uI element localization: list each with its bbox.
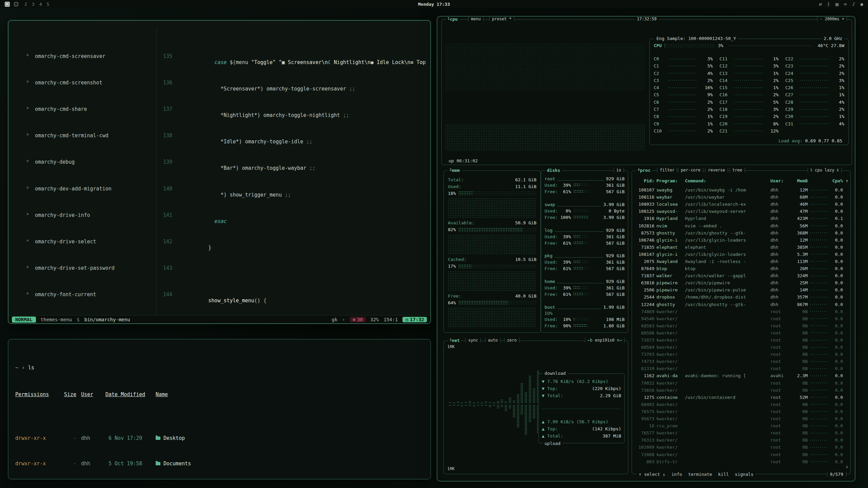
- terminal-output[interactable]: ~ › ls Permissions Size User Date Modifi…: [8, 340, 430, 480]
- tree-tab[interactable]: tree: [730, 168, 745, 172]
- network-panel-title[interactable]: 3 net: [448, 338, 461, 343]
- next-sort-key[interactable]: 6: [837, 168, 839, 172]
- next-iface-key[interactable]: n→: [617, 338, 622, 343]
- disks-panel-title[interactable]: disks: [545, 168, 562, 173]
- auto-tab[interactable]: auto: [485, 338, 500, 343]
- process-row[interactable]: 2075 Xwayland Xwayland :1 -rootless - dh…: [635, 258, 843, 265]
- process-action-button[interactable]: terminate: [688, 472, 712, 477]
- process-action-button[interactable]: signals: [735, 472, 753, 477]
- process-row[interactable]: 2506 pipewire /usr/bin/pipewire-pulse dh…: [635, 286, 843, 293]
- process-row[interactable]: 73703 kworker/ root 0B 0.0: [635, 351, 843, 358]
- process-row[interactable]: 95673 kworker/ root 0B 0.0: [635, 415, 843, 422]
- workspace-number[interactable]: 4: [39, 2, 42, 7]
- process-row[interactable]: 79032 kworker/ root 0B 0.0: [635, 380, 843, 387]
- diagnostics-badge[interactable]: ⊗ 30: [350, 317, 366, 322]
- col-user[interactable]: User:: [770, 178, 789, 183]
- process-row[interactable]: 106746 glycin-i /usr/lib/glycin-loaders …: [635, 237, 843, 244]
- col-pid[interactable]: Pid:: [635, 178, 654, 183]
- tray-icon[interactable]: ≈: [844, 1, 847, 7]
- col-mem[interactable]: MemB: [791, 178, 808, 183]
- process-row[interactable]: 108116 waybar /usr/bin/waybar dhh 68M 0.…: [635, 194, 843, 201]
- interval-plus-button[interactable]: +: [842, 17, 844, 21]
- process-row[interactable]: 1916 Hyprland Hyprland dhh 423M 0.1: [635, 215, 843, 222]
- tray-icon[interactable]: ▤: [835, 1, 838, 7]
- process-row[interactable]: 68583 kworker/ root 0B 0.0: [635, 322, 843, 329]
- omarchy-logo-icon[interactable]: [5, 2, 10, 7]
- process-action-button[interactable]: info: [671, 472, 682, 477]
- process-row[interactable]: 68402 kworker/ root 0B 0.0: [635, 401, 843, 408]
- sync-tab[interactable]: sync: [466, 338, 481, 343]
- workspace-number[interactable]: 3: [32, 2, 35, 7]
- file-tree-item[interactable]: * omarchy-dev-add-migration: [8, 185, 156, 192]
- process-row[interactable]: 1162 avahi-da avahi-daemon: running [ av…: [635, 372, 843, 379]
- reverse-tab[interactable]: reverse: [705, 168, 728, 172]
- file-tree-item[interactable]: * omarchy-cmd-screensaver: [8, 53, 156, 60]
- process-action-button[interactable]: kill: [718, 472, 729, 477]
- interface-selector[interactable]: ←b enp191s0 n→: [585, 338, 625, 343]
- tray-icon[interactable]: ♪: [852, 1, 855, 7]
- scroll-down-icon[interactable]: ↓: [846, 464, 848, 469]
- process-row[interactable]: 73656 kworker/ root 0B 0.0: [635, 387, 843, 394]
- process-row[interactable]: 87573 ghostty /usr/bin/ghostty --gtk- dh…: [635, 229, 843, 237]
- process-row[interactable]: 1275 containe /usr/bin/containerd root 5…: [635, 394, 843, 401]
- workspace-number[interactable]: 2: [24, 2, 27, 7]
- file-tree-item[interactable]: * omarchy-drive-set-password: [8, 265, 156, 272]
- col-cpu[interactable]: Cpu%: [829, 178, 843, 183]
- file-tree-item[interactable]: * omarchy-drive-info: [8, 211, 156, 219]
- file-tree-item[interactable]: * omarchy-cmd-terminal-cwd: [8, 132, 156, 139]
- process-row[interactable]: 68586 kworker/ root 0B 0.0: [635, 329, 843, 337]
- tray-icon[interactable]: ⇄: [819, 1, 822, 7]
- process-row[interactable]: 102816 nvim nvim --embed . dhh 56M 0.0: [635, 222, 843, 229]
- process-row[interactable]: 72088 kworker/ root 0B 0.0: [635, 451, 843, 458]
- process-row[interactable]: 12244 ghostty /usr/bin/ghostty --gtk- dh…: [635, 301, 843, 308]
- file-tree-item[interactable]: * omarchy-font-current: [8, 291, 156, 298]
- process-row[interactable]: 102099 kworker/ root 0B 0.0: [635, 444, 843, 451]
- process-row[interactable]: 108033 localsea /usr/lib/localsearch-ex …: [635, 201, 843, 208]
- filter-tab[interactable]: filter: [657, 168, 677, 172]
- prev-iface-key[interactable]: ←b: [588, 338, 592, 343]
- cpu-panel-title[interactable]: 1 cpu: [446, 17, 459, 22]
- process-action-button[interactable]: ↑ select ↓: [639, 472, 665, 477]
- process-row[interactable]: 71835 elephant elephant dhh 385M 0.0: [635, 244, 843, 251]
- workspace-icon[interactable]: [14, 2, 18, 6]
- interval-minus-button[interactable]: -: [820, 17, 822, 21]
- file-tree-item[interactable]: * omarchy-drive-select: [8, 238, 156, 245]
- file-tree-item[interactable]: * omarchy-cmd-share: [8, 105, 156, 113]
- col-command[interactable]: Command:: [685, 178, 768, 183]
- process-row[interactable]: 94540 kworker/ root 0B 0.0: [635, 315, 843, 322]
- file-tree-item[interactable]: * omarchy-cmd-screenshot: [8, 79, 156, 86]
- tray-icon[interactable]: ᛒ: [827, 1, 830, 7]
- code-area[interactable]: 135 case $(menu "Toggle" "▣ Screensaver\…: [157, 27, 430, 315]
- sort-mode-selector[interactable]: 5 cpu lazy 6: [808, 168, 842, 172]
- process-row[interactable]: 72073 kworker/ root 0B 0.0: [635, 337, 843, 344]
- process-row[interactable]: 71837 walker /usr/bin/walker --gappl dhh…: [635, 272, 843, 279]
- workspace-number[interactable]: 5: [46, 2, 49, 7]
- zero-tab[interactable]: zero: [504, 338, 519, 343]
- process-row[interactable]: 74733 kworker/ root 0B 0.0: [635, 358, 843, 365]
- file-tree-item[interactable]: * omarchy-debug: [8, 159, 156, 166]
- sort-direction-icon[interactable]: ↑: [846, 178, 848, 183]
- process-row[interactable]: 2544 dropbox /home/dhh/.dropbox-dist dhh…: [635, 293, 843, 301]
- update-interval[interactable]: - 2000ms +: [817, 17, 847, 21]
- process-row[interactable]: 68584 kworker/ root 0B 0.0: [635, 344, 843, 351]
- memory-panel-title[interactable]: 2 mem: [448, 168, 461, 173]
- prev-sort-key[interactable]: 5: [810, 168, 812, 172]
- process-row[interactable]: 76575 kworker/ root 0B 0.0: [635, 408, 843, 415]
- menu-button[interactable]: menu: [468, 17, 484, 21]
- process-row[interactable]: 108125 swayosd- /usr/lib/swayosd-server …: [635, 208, 843, 215]
- process-row[interactable]: 81310 kworker/ root 0B 0.0: [635, 365, 843, 372]
- col-program[interactable]: Program:: [656, 178, 683, 183]
- preset-button[interactable]: preset *: [489, 17, 514, 21]
- process-row[interactable]: 74869 kworker/ root 0B 0.0: [635, 308, 843, 315]
- process-row[interactable]: 108147 glycin-i /usr/lib/glycin-loaders …: [635, 251, 843, 258]
- process-row[interactable]: 63816 pipewire /usr/bin/pipewire dhh 25M…: [635, 279, 843, 286]
- process-row[interactable]: 76577 kworker/ root 0B 0.0: [635, 429, 843, 436]
- io-mode-tab[interactable]: io: [614, 168, 624, 172]
- per-core-tab[interactable]: per-core: [678, 168, 703, 172]
- process-row[interactable]: 108107 swaybg /usr/bin/swaybg -i /hom dh…: [635, 186, 843, 194]
- process-row[interactable]: 76313 kworker/ root 0B 0.0: [635, 436, 843, 444]
- process-row[interactable]: 803 btrfs-tr root 0B 0.0: [635, 458, 843, 465]
- process-panel-title[interactable]: 4 proc: [636, 168, 652, 173]
- process-row[interactable]: 16 rcu_pree root 0B 0.0: [635, 422, 843, 429]
- process-row[interactable]: 87649 btop btop dhh 26M 0.0: [635, 265, 843, 272]
